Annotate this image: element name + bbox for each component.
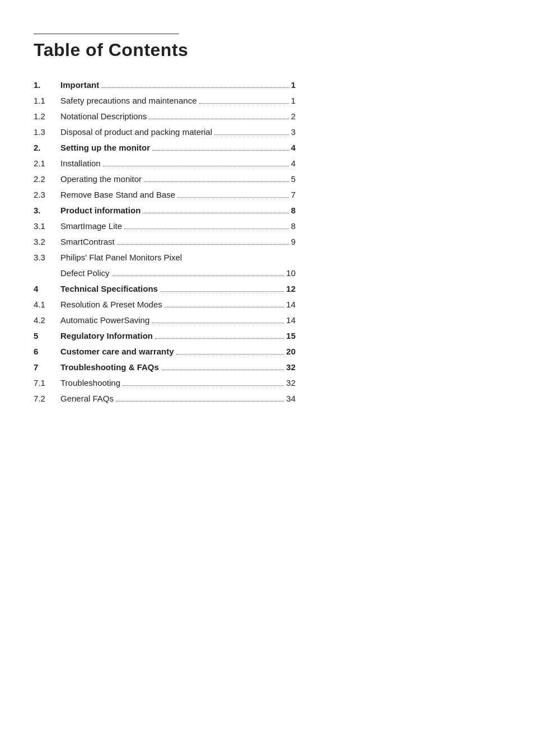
toc-entry-label: Product information <box>60 204 140 217</box>
toc-entry-label: Resolution & Preset Modes <box>60 298 162 311</box>
toc-page-num: 1 <box>291 94 296 108</box>
toc-entry-label: Disposal of product and packing material <box>60 125 212 139</box>
page-title: Table of Contents <box>34 40 489 60</box>
top-divider <box>34 34 179 34</box>
toc-row: 2.2Operating the monitor5 <box>34 171 489 187</box>
toc-label: Important1 <box>60 77 489 93</box>
toc-page-num: 4 <box>291 141 296 155</box>
toc-label: General FAQs34 <box>60 391 489 407</box>
toc-label: Notational Descriptions2 <box>60 109 489 124</box>
toc-table: 1.Important11.1Safety precautions and ma… <box>34 77 489 407</box>
toc-row: 1.2Notational Descriptions2 <box>34 109 489 124</box>
toc-label: Product information8 <box>60 203 489 218</box>
toc-entry-label: Important <box>60 78 99 92</box>
toc-row: 5Regulatory Information15 <box>34 328 489 344</box>
toc-entry-label: Troubleshooting & FAQs <box>60 361 159 374</box>
toc-dots-fill <box>214 134 289 135</box>
toc-dots-fill <box>101 87 288 88</box>
toc-entry-label: General FAQs <box>60 392 114 405</box>
toc-row: 7.2General FAQs34 <box>34 391 489 407</box>
toc-number: 7.1 <box>34 375 60 391</box>
toc-entry-label: Installation <box>60 157 101 170</box>
toc-number: 5 <box>34 328 60 344</box>
toc-entry-label: SmartContrast <box>60 235 115 249</box>
toc-label: SmartContrast9 <box>60 234 489 250</box>
toc-row: 1.1Safety precautions and maintenance1 <box>34 93 489 109</box>
toc-entry-label: Setting up the monitor <box>60 141 150 155</box>
toc-dots-fill <box>177 197 289 198</box>
toc-page-num: 7 <box>291 188 296 202</box>
toc-row: 4Technical Specifications12 <box>34 281 489 297</box>
toc-dots-fill <box>155 338 284 339</box>
toc-page-num: 4 <box>291 157 296 170</box>
toc-label: Defect Policy10 <box>60 265 489 281</box>
toc-page-num: 8 <box>291 220 296 233</box>
toc-dots-fill <box>123 385 284 386</box>
toc-page-num: 32 <box>286 361 296 374</box>
toc-label: Customer care and warranty20 <box>60 344 489 360</box>
toc-row: 6Customer care and warranty20 <box>34 344 489 360</box>
toc-label: Resolution & Preset Modes14 <box>60 297 489 312</box>
toc-row: 3.2SmartContrast9 <box>34 234 489 250</box>
toc-dots-fill <box>116 401 284 402</box>
toc-dots-fill <box>152 150 289 151</box>
toc-label: Troubleshooting32 <box>60 375 489 391</box>
toc-row: 7.1Troubleshooting32 <box>34 375 489 391</box>
toc-row: 2.1Installation4 <box>34 156 489 171</box>
toc-row: 1.3Disposal of product and packing mater… <box>34 124 489 140</box>
toc-page-num: 34 <box>286 392 296 405</box>
toc-dots-fill <box>144 181 289 182</box>
toc-label: Safety precautions and maintenance1 <box>60 93 489 109</box>
toc-dots-fill <box>124 228 289 229</box>
toc-number: 1.1 <box>34 93 60 109</box>
toc-row: 4.2Automatic PowerSaving14 <box>34 312 489 328</box>
toc-dots-fill <box>143 213 288 213</box>
toc-row: 1.Important1 <box>34 77 489 93</box>
toc-label: Installation4 <box>60 156 489 171</box>
toc-page-num: 5 <box>291 172 296 186</box>
toc-dots-fill <box>149 119 288 119</box>
toc-page-num: 12 <box>286 282 296 296</box>
toc-page-num: 14 <box>286 298 296 311</box>
toc-label: Remove Base Stand and Base7 <box>60 187 489 203</box>
toc-row: 2.Setting up the monitor4 <box>34 140 489 156</box>
toc-number: 2.3 <box>34 187 60 203</box>
toc-page-num: 3 <box>291 125 296 139</box>
toc-row: 2.3Remove Base Stand and Base7 <box>34 187 489 203</box>
toc-dots-fill <box>160 291 284 292</box>
toc-entry-label: Automatic PowerSaving <box>60 314 149 327</box>
toc-row: 3.Product information8 <box>34 203 489 218</box>
toc-number: 7 <box>34 360 60 375</box>
toc-dots-fill <box>112 276 284 276</box>
toc-number: 3.1 <box>34 218 60 234</box>
toc-page-num: 14 <box>286 314 296 327</box>
toc-entry-label: Remove Base Stand and Base <box>60 188 175 202</box>
toc-row: 4.1Resolution & Preset Modes14 <box>34 297 489 312</box>
toc-row: 7Troubleshooting & FAQs32 <box>34 360 489 375</box>
toc-label: SmartImage Lite8 <box>60 218 489 234</box>
toc-dots-fill <box>165 307 284 307</box>
toc-entry-label: Defect Policy <box>60 267 110 280</box>
toc-number: 1.2 <box>34 109 60 124</box>
toc-dots-fill <box>117 244 289 245</box>
toc-dots-fill <box>161 370 284 370</box>
toc-label: Troubleshooting & FAQs32 <box>60 360 489 375</box>
toc-page-num: 8 <box>291 204 296 217</box>
toc-number: 4.1 <box>34 297 60 312</box>
toc-page-num: 15 <box>286 329 296 343</box>
toc-entry-label: Customer care and warranty <box>60 345 174 358</box>
toc-label: Automatic PowerSaving14 <box>60 312 489 328</box>
toc-row: 3.3Philips' Flat Panel Monitors Pixel <box>34 250 489 265</box>
toc-entry-label: Technical Specifications <box>60 282 158 296</box>
toc-dots-fill <box>152 323 284 323</box>
toc-entry-label: Notational Descriptions <box>60 110 147 123</box>
toc-entry-label: SmartImage Lite <box>60 220 122 233</box>
toc-number: 4 <box>34 281 60 297</box>
toc-dots-fill <box>199 103 289 104</box>
toc-page-num: 2 <box>291 110 296 123</box>
toc-label: Operating the monitor5 <box>60 171 489 187</box>
toc-page-num: 32 <box>286 376 296 390</box>
toc-number: 4.2 <box>34 312 60 328</box>
toc-label: Philips' Flat Panel Monitors Pixel <box>60 250 489 265</box>
toc-row: 3.1SmartImage Lite8 <box>34 218 489 234</box>
